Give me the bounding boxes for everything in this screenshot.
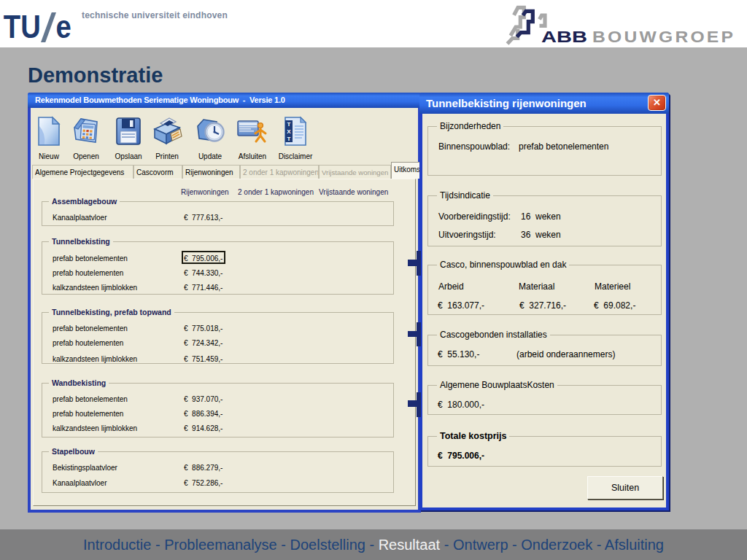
svg-text:TU: TU — [4, 8, 41, 45]
svg-text:T: T — [287, 136, 291, 142]
svg-text:e: e — [56, 8, 71, 45]
svg-text:T: T — [287, 121, 291, 128]
svg-text:X: X — [287, 128, 291, 135]
